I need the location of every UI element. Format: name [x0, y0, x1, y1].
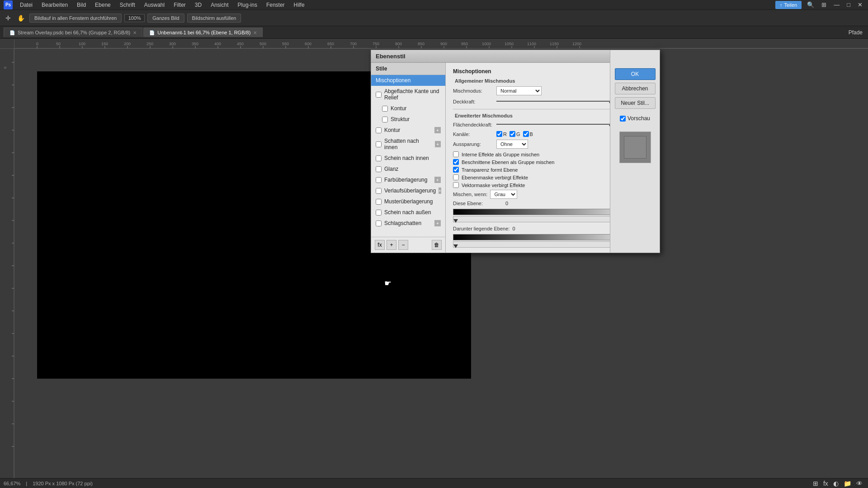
- menu-fenster[interactable]: Fenster: [263, 1, 288, 9]
- maximize-button[interactable]: □: [845, 0, 852, 9]
- search-button[interactable]: 🔍: [805, 0, 816, 9]
- darunter-thumb-left[interactable]: [453, 244, 458, 248]
- stile-item-kontur2[interactable]: Kontur +: [371, 125, 445, 136]
- stile-item-abgeflachte[interactable]: Abgeflachte Kante und Relief: [371, 86, 445, 103]
- kanal-b-cb[interactable]: [523, 131, 529, 137]
- cb-beschnittene[interactable]: [453, 159, 459, 165]
- stile-item-schlagschatten[interactable]: Schlagschatten +: [371, 218, 445, 229]
- svg-text:50: 50: [56, 42, 61, 46]
- stile-item-schein-innen[interactable]: Schein nach innen: [371, 153, 445, 164]
- tab-stream-overlay[interactable]: 📄 Stream Overlay.psdc bei 66,7% (Gruppe …: [4, 28, 142, 37]
- tab-close-1[interactable]: ✕: [133, 30, 137, 35]
- tab-unbenannt[interactable]: 📄 Unbenannt-1 bei 66,7% (Ebene 1, RGB/8)…: [143, 28, 263, 37]
- cb-verlaufsueberl[interactable]: [376, 188, 382, 194]
- cb-interne[interactable]: [453, 151, 459, 157]
- cb-kontur1[interactable]: [382, 106, 388, 112]
- status-adjust-btn[interactable]: ◐: [831, 479, 840, 488]
- sync-windows-btn[interactable]: Bildlauf in allen Fenstern durchführen: [29, 14, 122, 23]
- svg-text:150: 150: [101, 42, 108, 46]
- close-button[interactable]: ✕: [856, 0, 864, 9]
- mischen-select[interactable]: Grau Rot Grün Blau: [490, 190, 517, 199]
- stile-item-glanz[interactable]: Glanz: [371, 164, 445, 174]
- ok-button[interactable]: OK: [615, 68, 656, 80]
- farb-add-btn[interactable]: +: [434, 177, 441, 183]
- cb-ebenenmaske[interactable]: [453, 174, 459, 180]
- verlauf-add-btn[interactable]: +: [439, 188, 441, 194]
- aussparung-select[interactable]: Ohne Flach Tief: [496, 140, 528, 149]
- menu-plugins[interactable]: Plug-ins: [234, 1, 261, 9]
- modus-select[interactable]: Normal Multiplizieren Abblenden Aufhelle…: [496, 86, 542, 95]
- kanal-g-cb[interactable]: [509, 131, 515, 137]
- svg-text:350: 350: [192, 42, 198, 46]
- cb-transparenz[interactable]: [453, 167, 459, 173]
- stile-item-farbueberl[interactable]: Farbüberlagerung +: [371, 174, 445, 185]
- menu-datei[interactable]: Datei: [16, 1, 36, 9]
- hand-tool-btn[interactable]: ✋: [15, 14, 27, 23]
- menu-filter[interactable]: Filter: [170, 1, 189, 9]
- diese-thumb-left[interactable]: [453, 219, 458, 223]
- move-tool-btn[interactable]: ✛: [4, 14, 13, 23]
- kanal-g-label: G: [516, 131, 520, 137]
- cb-abgeflachte[interactable]: [376, 92, 382, 98]
- stile-item-mischoptionen[interactable]: Mischoptionen: [371, 75, 445, 86]
- svg-text:200: 200: [124, 42, 131, 46]
- subtract-style-btn[interactable]: −: [398, 240, 408, 250]
- menu-bild[interactable]: Bild: [73, 1, 90, 9]
- menu-bearbeiten[interactable]: Bearbeiten: [38, 1, 71, 9]
- cb-vektormaske[interactable]: [453, 182, 459, 188]
- stile-item-musterueberl[interactable]: Musterüberlagerung: [371, 196, 445, 207]
- vorschau-label: Vorschau: [627, 115, 650, 122]
- kontur2-add-btn[interactable]: +: [434, 127, 441, 133]
- vorschau-checkbox[interactable]: [620, 116, 626, 122]
- status-fx-btn[interactable]: fx: [821, 479, 830, 488]
- menu-schrift[interactable]: Schrift: [116, 1, 139, 9]
- cb-schein-aussen[interactable]: [376, 210, 382, 216]
- svg-text:950: 950: [461, 42, 468, 46]
- fill-screen-btn[interactable]: Bildschirm ausfüllen: [187, 14, 241, 23]
- layout-button[interactable]: ⊞: [820, 0, 828, 9]
- cb-glanz[interactable]: [376, 166, 382, 172]
- delete-style-btn[interactable]: 🗑: [432, 240, 442, 250]
- menu-ansicht[interactable]: Ansicht: [207, 1, 232, 9]
- preview-inner: [624, 136, 646, 159]
- svg-text:400: 400: [214, 42, 221, 46]
- minimize-button[interactable]: —: [832, 0, 841, 9]
- svg-text:600: 600: [305, 42, 311, 46]
- tab-close-2[interactable]: ✕: [253, 30, 257, 35]
- cb-schlagschatten[interactable]: [376, 221, 382, 226]
- status-folder-btn[interactable]: 📁: [842, 479, 853, 488]
- share-button[interactable]: ↑ Teilen: [775, 1, 802, 9]
- stile-item-kontur1[interactable]: Kontur: [371, 103, 445, 114]
- menu-3d[interactable]: 3D: [191, 1, 205, 9]
- kanal-r-cb[interactable]: [496, 131, 502, 137]
- stile-item-verlaufsueberl[interactable]: Verlaufsüberlagerung +: [371, 185, 445, 196]
- cb-musterueberl[interactable]: [376, 199, 382, 205]
- fx-button[interactable]: fx: [375, 240, 385, 250]
- fit-image-btn[interactable]: Ganzes Bild: [147, 14, 184, 23]
- flaeche-slider: [496, 121, 626, 128]
- zoom-input[interactable]: 100%: [124, 14, 145, 22]
- svg-text:1000: 1000: [482, 42, 491, 46]
- cb-schein-innen[interactable]: [376, 155, 382, 161]
- abbrechen-button[interactable]: Abbrechen: [615, 83, 656, 94]
- cb-kontur2[interactable]: [376, 127, 382, 133]
- svg-text:550: 550: [282, 42, 289, 46]
- menu-hilfe[interactable]: Hilfe: [290, 1, 308, 9]
- schlag-add-btn[interactable]: +: [434, 220, 441, 226]
- status-grid-btn[interactable]: ⊞: [811, 479, 820, 488]
- stile-item-struktur[interactable]: Struktur: [371, 114, 445, 125]
- menu-ebene[interactable]: Ebene: [91, 1, 114, 9]
- cb-farbueberl[interactable]: [376, 177, 382, 183]
- svg-text:800: 800: [395, 42, 402, 46]
- add-style-btn[interactable]: +: [387, 240, 396, 250]
- cb-schatten[interactable]: [376, 141, 382, 147]
- stile-item-schein-aussen[interactable]: Schein nach außen: [371, 207, 445, 218]
- cb-struktur[interactable]: [382, 117, 388, 122]
- schatten-add-btn[interactable]: +: [435, 141, 441, 147]
- stile-item-schatten[interactable]: Schatten nach innen +: [371, 136, 445, 153]
- kanal-b-label: B: [530, 131, 533, 137]
- svg-text:250: 250: [146, 42, 153, 46]
- neuer-stil-button[interactable]: Neuer Stil...: [615, 97, 656, 109]
- status-eye-btn[interactable]: 👁: [854, 479, 864, 488]
- menu-auswahl[interactable]: Auswahl: [141, 1, 168, 9]
